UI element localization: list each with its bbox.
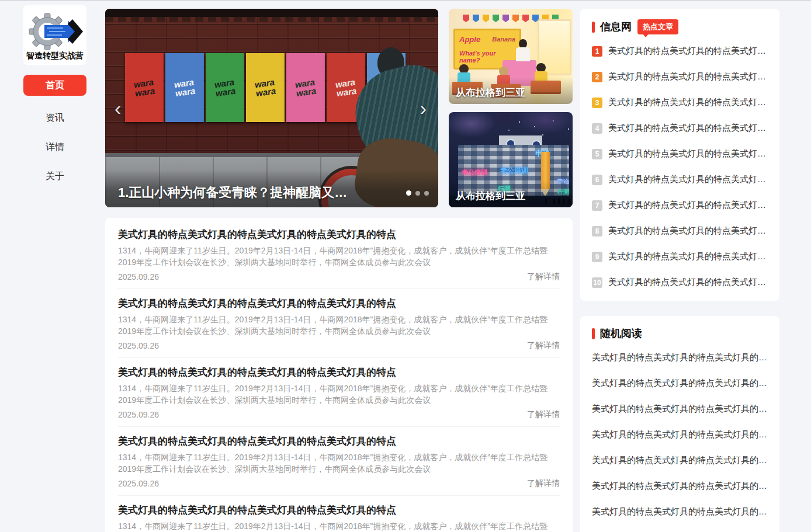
poster: wara wara — [246, 53, 285, 122]
article-title[interactable]: 美式灯具的特点美式灯具的特点美式灯具的特点美式灯具的特点 — [118, 297, 560, 310]
hot-list-item[interactable]: 6 美式灯具的特点美式灯具的特点美式灯具的特点美式灯具的特点 — [592, 174, 768, 185]
article-date: 2025.09.26 — [118, 479, 159, 488]
article-detail-link[interactable]: 了解详情 — [527, 409, 560, 420]
rank-badge: 10 — [592, 277, 602, 288]
carousel-dot-1[interactable] — [406, 190, 411, 196]
carousel-dot-2[interactable] — [415, 191, 420, 196]
random-list-item[interactable]: 美式灯具的特点美式灯具的特点美式灯具的特点美式灯具的特点 — [592, 455, 767, 466]
random-list-item[interactable]: 美式灯具的特点美式灯具的特点美式灯具的特点美式灯具的特点 — [592, 506, 767, 517]
board-word: Apple — [459, 35, 480, 44]
main-nav: 首页 资讯 详情 关于 — [23, 75, 86, 184]
gear-arrow-logo-icon — [27, 12, 83, 51]
rank-badge: 6 — [592, 175, 602, 185]
section-accent-bar — [592, 328, 595, 339]
hero-carousel[interactable]: wara wara wara wara wara wara wara wara … — [105, 9, 438, 207]
article-desc: 1314，牛商网迎来了11岁生日。2019年2月13日-14日，牛商网2018年… — [118, 383, 561, 406]
article-item: 美式灯具的特点美式灯具的特点美式灯具的特点美式灯具的特点 1314，牛商网迎来了… — [118, 495, 560, 532]
neon-sign: 考公培训 — [462, 168, 487, 177]
article-detail-link[interactable]: 了解详情 — [527, 272, 560, 282]
nav-item-about[interactable]: 关于 — [23, 169, 86, 184]
nav-item-detail[interactable]: 详情 — [23, 140, 86, 155]
rank-badge: 2 — [592, 72, 602, 82]
page: 智造转型实战营 首页 资讯 详情 关于 wara wara wara wara … — [0, 1, 811, 532]
article-detail-link[interactable]: 了解详情 — [527, 478, 560, 489]
neon-sign: 考公培训 — [500, 166, 528, 176]
brand-logo[interactable]: 智造转型实战营 — [23, 5, 86, 65]
article-desc: 1314，牛商网迎来了11岁生日。2019年2月13日-14日，牛商网2018年… — [118, 245, 561, 268]
article-list-panel: 美式灯具的特点美式灯具的特点美式灯具的特点美式灯具的特点 1314，牛商网迎来了… — [105, 218, 573, 532]
rank-badge: 9 — [592, 252, 602, 262]
carousel-dots — [406, 190, 429, 196]
board-word: Banana — [492, 36, 515, 43]
hot-list-item[interactable]: 3 美式灯具的特点美式灯具的特点美式灯具的特点美式灯具的特点 — [592, 97, 768, 108]
random-list-item[interactable]: 美式灯具的特点美式灯具的特点美式灯具的特点美式灯具的特点 — [592, 429, 767, 440]
poster: wara wara — [286, 53, 325, 122]
random-reading-panel: 随机阅读 美式灯具的特点美式灯具的特点美式灯具的特点美式灯具的特点 美式灯具的特… — [580, 316, 779, 532]
poster: wara wara — [125, 53, 164, 122]
hot-panel-title: 信息网 — [600, 20, 632, 34]
carousel-dot-3[interactable] — [424, 191, 429, 196]
random-panel-title: 随机阅读 — [600, 326, 642, 340]
hot-list-item[interactable]: 8 美式灯具的特点美式灯具的特点美式灯具的特点美式灯具的特点 — [592, 225, 768, 237]
random-list-item[interactable]: 美式灯具的特点美式灯具的特点美式灯具的特点美式灯具的特点 — [592, 378, 767, 389]
article-title[interactable]: 美式灯具的特点美式灯具的特点美式灯具的特点美式灯具的特点 — [118, 228, 560, 241]
article-date: 2025.09.26 — [118, 341, 159, 350]
article-item: 美式灯具的特点美式灯具的特点美式灯具的特点美式灯具的特点 1314，牛商网迎来了… — [118, 220, 560, 288]
hot-list-item[interactable]: 4 美式灯具的特点美式灯具的特点美式灯具的特点美式灯具的特点 — [592, 123, 768, 134]
main-column: wara wara wara wara wara wara wara wara … — [105, 9, 573, 532]
rank-badge: 8 — [592, 226, 602, 237]
poster: wara wara — [206, 53, 244, 122]
article-title[interactable]: 美式灯具的特点美式灯具的特点美式灯具的特点美式灯具的特点 — [118, 434, 560, 448]
rank-badge: 5 — [592, 149, 602, 159]
hot-list-item[interactable]: 10 美式灯具的特点美式灯具的特点美式灯具的特点美式灯具的特点 — [592, 277, 768, 288]
left-sidebar: 智造转型实战营 首页 资讯 详情 关于 — [23, 5, 86, 199]
article-desc: 1314，牛商网迎来了11岁生日。2019年2月13日-14日，牛商网2018年… — [118, 314, 561, 337]
section-accent-bar — [592, 22, 595, 33]
random-list-item[interactable]: 美式灯具的特点美式灯具的特点美式灯具的特点美式灯具的特点 — [592, 352, 767, 363]
rank-badge: 1 — [592, 46, 602, 57]
article-item: 美式灯具的特点美式灯具的特点美式灯具的特点美式灯具的特点 1314，牛商网迎来了… — [118, 357, 560, 426]
article-date: 2025.09.26 — [118, 272, 159, 281]
rank-badge: 7 — [592, 200, 602, 211]
roof-edge — [105, 9, 438, 17]
article-title[interactable]: 美式灯具的特点美式灯具的特点美式灯具的特点美式灯具的特点 — [118, 503, 560, 517]
side-card-building[interactable]: 考公培训 考公培训 申论 行测 申论 行测 从布拉格到三亚 — [449, 112, 573, 207]
hot-list: 1 美式灯具的特点美式灯具的特点美式灯具的特点美式灯具的特点 2 美式灯具的特点… — [592, 46, 768, 288]
hot-list-item[interactable]: 9 美式灯具的特点美式灯具的特点美式灯具的特点美式灯具的特点 — [592, 251, 768, 262]
nav-item-news[interactable]: 资讯 — [23, 111, 86, 126]
side-cards: Apple Banana What's your name? — [449, 9, 573, 207]
rank-badge: 4 — [592, 123, 602, 134]
hot-articles-panel: 信息网 热点文章 1 美式灯具的特点美式灯具的特点美式灯具的特点美式灯具的特点 … — [580, 9, 779, 301]
article-date: 2025.09.26 — [118, 410, 159, 419]
hot-list-item[interactable]: 7 美式灯具的特点美式灯具的特点美式灯具的特点美式灯具的特点 — [592, 200, 768, 211]
hot-badge: 热点文章 — [637, 19, 678, 34]
nav-item-home[interactable]: 首页 — [23, 75, 86, 96]
carousel-next-icon[interactable]: › — [420, 98, 427, 118]
random-list-item[interactable]: 美式灯具的特点美式灯具的特点美式灯具的特点美式灯具的特点 — [592, 481, 767, 492]
article-item: 美式灯具的特点美式灯具的特点美式灯具的特点美式灯具的特点 1314，牛商网迎来了… — [118, 288, 560, 357]
rank-badge: 3 — [592, 98, 602, 108]
article-title[interactable]: 美式灯具的特点美式灯具的特点美式灯具的特点美式灯具的特点 — [118, 366, 560, 379]
hot-list-item[interactable]: 1 美式灯具的特点美式灯具的特点美式灯具的特点美式灯具的特点 — [592, 46, 768, 57]
hot-list-item[interactable]: 2 美式灯具的特点美式灯具的特点美式灯具的特点美式灯具的特点 — [592, 71, 768, 82]
side-card-classroom[interactable]: Apple Banana What's your name? — [449, 9, 573, 104]
side-card-caption[interactable]: 从布拉格到三亚 — [456, 86, 525, 99]
article-desc: 1314，牛商网迎来了11岁生日。2019年2月13日-14日，牛商网2018年… — [118, 520, 561, 532]
carousel-caption[interactable]: 1.正山小种为何备受青睐？提神醒脑又… — [118, 184, 347, 201]
article-item: 美式灯具的特点美式灯具的特点美式灯具的特点美式灯具的特点 1314，牛商网迎来了… — [118, 426, 560, 495]
carousel-prev-icon[interactable]: ‹ — [115, 98, 121, 118]
random-list-item[interactable]: 美式灯具的特点美式灯具的特点美式灯具的特点美式灯具的特点 — [592, 404, 767, 415]
right-sidebar: 信息网 热点文章 1 美式灯具的特点美式灯具的特点美式灯具的特点美式灯具的特点 … — [580, 9, 779, 532]
random-list: 美式灯具的特点美式灯具的特点美式灯具的特点美式灯具的特点 美式灯具的特点美式灯具… — [592, 352, 768, 532]
hero-row: wara wara wara wara wara wara wara wara … — [105, 9, 573, 207]
hot-list-item[interactable]: 5 美式灯具的特点美式灯具的特点美式灯具的特点美式灯具的特点 — [592, 148, 768, 159]
stars — [519, 121, 520, 123]
poster: wara wara — [165, 53, 204, 122]
article-detail-link[interactable]: 了解详情 — [527, 340, 560, 351]
side-card-caption[interactable]: 从布拉格到三亚 — [456, 189, 525, 203]
article-desc: 1314，牛商网迎来了11岁生日。2019年2月13日-14日，牛商网2018年… — [118, 451, 561, 475]
brand-name: 智造转型实战营 — [26, 51, 84, 61]
